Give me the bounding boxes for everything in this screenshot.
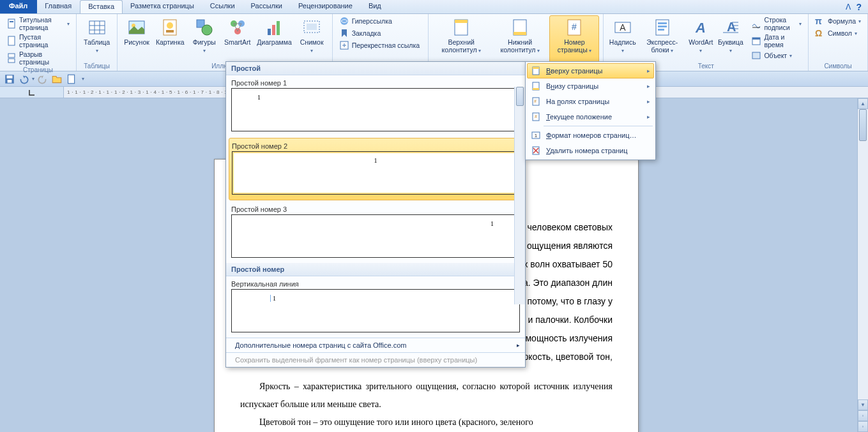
tab-file[interactable]: Файл — [0, 0, 37, 13]
scroll-up-icon[interactable]: ▲ — [858, 98, 868, 109]
help-icon[interactable]: ? — [856, 2, 862, 12]
datetime-button[interactable]: Дата и время — [749, 33, 804, 49]
menu-bottom-of-page[interactable]: Внизу страницы▸ — [527, 78, 654, 94]
svg-rect-21 — [272, 25, 275, 35]
menu-format-page-numbers[interactable]: 1 Формат номеров страниц… — [527, 128, 654, 143]
redo-icon[interactable] — [37, 73, 49, 85]
svg-rect-52 — [68, 75, 75, 84]
svg-rect-2 — [8, 36, 15, 45]
tab-review[interactable]: Рецензирование — [291, 0, 361, 13]
dropcap-button[interactable]: AБуквица — [716, 15, 745, 63]
gallery-item-3[interactable]: Простой номер 3 1 — [226, 202, 525, 263]
chart-button[interactable]: Диаграмма — [254, 15, 294, 63]
tab-home[interactable]: Главная — [37, 0, 80, 13]
doc-para-3: Цветовой тон – это ошущение того или ино… — [240, 413, 613, 431]
menu-remove-page-numbers[interactable]: Удалить номера страниц — [527, 143, 654, 158]
gallery-header-simple2: Простой номер — [226, 263, 525, 276]
signature-line-button[interactable]: Строка подписи — [749, 15, 804, 32]
save-icon[interactable] — [4, 73, 15, 85]
tab-references[interactable]: Ссылки — [202, 0, 243, 13]
next-page-icon[interactable]: ◦ — [858, 421, 868, 432]
group-tables: Таблица Таблицы — [77, 14, 118, 71]
textbox-button[interactable]: AНадпись — [607, 15, 637, 63]
qat-customize-icon[interactable]: ▾ — [82, 76, 84, 82]
svg-text:1: 1 — [535, 133, 538, 138]
group-label-symbols: Символы — [812, 63, 864, 71]
group-symbols: πФормула ΩСимвол Символы — [809, 14, 868, 71]
open-icon[interactable] — [51, 73, 63, 85]
svg-text:#: # — [572, 22, 577, 32]
smartart-button[interactable]: SmartArt — [222, 15, 253, 63]
svg-rect-24 — [307, 24, 317, 30]
scroll-down-icon[interactable]: ▼ — [858, 399, 868, 410]
svg-rect-59 — [533, 88, 539, 90]
svg-rect-51 — [8, 80, 12, 83]
svg-text:A: A — [620, 22, 626, 33]
svg-rect-57 — [533, 67, 539, 69]
prev-page-icon[interactable]: ◦ — [858, 410, 868, 421]
svg-rect-20 — [268, 29, 271, 35]
gallery-item-2[interactable]: Простой номер 2 1 — [229, 138, 522, 200]
shapes-button[interactable]: Фигуры — [188, 15, 220, 63]
table-button[interactable]: Таблица — [80, 15, 113, 63]
vertical-scrollbar[interactable]: ▲ ▼ ◦ ◦ — [857, 98, 868, 432]
gallery-scrollbar[interactable] — [514, 87, 525, 304]
blank-page-button[interactable]: Пустая страница — [4, 33, 72, 49]
minimize-ribbon-icon[interactable]: ᐱ — [846, 3, 851, 11]
svg-rect-0 — [8, 19, 15, 28]
page-number-menu: Вверху страницы▸ Внизу страницы▸ # На по… — [525, 61, 656, 160]
scroll-thumb[interactable] — [859, 109, 867, 141]
group-label-tables: Таблицы — [80, 63, 113, 71]
svg-point-16 — [202, 25, 212, 35]
quickparts-button[interactable]: Экспресс-блоки — [639, 15, 685, 63]
svg-rect-50 — [7, 75, 13, 78]
page-number-gallery: Простой Простой номер 1 1 Простой номер … — [225, 61, 526, 368]
clipart-button[interactable]: Картинка — [153, 15, 187, 63]
menu-current-position[interactable]: # Текущее положение▸ — [527, 109, 654, 124]
crossref-button[interactable]: Перекрестная ссылка — [337, 40, 424, 51]
svg-rect-38 — [658, 29, 664, 31]
ruler-tab-selector[interactable] — [0, 87, 64, 98]
svg-rect-47 — [752, 38, 760, 40]
svg-text:A: A — [727, 20, 736, 34]
menu-page-margins[interactable]: # На полях страницы▸ — [527, 94, 654, 109]
symbol-button[interactable]: ΩСимвол — [812, 27, 864, 39]
gallery-more-office[interactable]: # Дополнительные номера страниц с сайта … — [226, 338, 525, 352]
tab-layout[interactable]: Разметка страницы — [123, 0, 202, 13]
tab-insert[interactable]: Вставка — [80, 0, 123, 13]
gallery-item-1[interactable]: Простой номер 1 1 — [226, 75, 525, 137]
tab-mailings[interactable]: Рассылки — [243, 0, 291, 13]
group-label-pages: Страницы — [4, 66, 72, 75]
page-break-button[interactable]: Разрыв страницы — [4, 50, 72, 66]
svg-rect-28 — [455, 20, 468, 23]
svg-rect-4 — [8, 59, 15, 63]
svg-rect-37 — [658, 26, 667, 27]
gallery-header-simple: Простой — [226, 62, 525, 75]
undo-icon[interactable] — [18, 73, 29, 85]
menu-top-of-page[interactable]: Вверху страницы▸ — [527, 63, 654, 78]
svg-rect-36 — [658, 22, 667, 24]
screenshot-button[interactable]: Снимок — [296, 15, 328, 63]
svg-rect-1 — [10, 21, 13, 22]
gallery-save-selection: Сохранить выделенный фрагмент как номер … — [226, 352, 525, 367]
gallery-item-4[interactable]: Вертикальная линия 1 — [226, 276, 525, 338]
doc-para-2: Яркость – характеристика зрительного ощу… — [240, 378, 613, 413]
object-button[interactable]: Объект — [749, 50, 804, 61]
equation-button[interactable]: πФормула — [812, 15, 864, 27]
picture-button[interactable]: Рисунок — [121, 15, 152, 63]
bookmark-button[interactable]: Закладка — [337, 27, 424, 39]
svg-rect-3 — [8, 54, 15, 57]
wordart-button[interactable]: AWordArt — [687, 15, 715, 63]
svg-text:A: A — [695, 20, 706, 36]
title-page-button[interactable]: Титульная страница — [4, 15, 72, 32]
hyperlink-button[interactable]: Гиперссылка — [337, 15, 424, 27]
svg-rect-22 — [277, 21, 280, 35]
svg-point-25 — [340, 17, 348, 25]
new-icon[interactable] — [65, 73, 77, 85]
svg-rect-14 — [166, 30, 174, 33]
ribbon-tabs: Файл Главная Вставка Разметка страницы С… — [0, 0, 868, 14]
tab-view[interactable]: Вид — [361, 0, 390, 13]
svg-rect-5 — [89, 21, 105, 34]
svg-text:#: # — [535, 114, 537, 119]
svg-rect-30 — [514, 32, 526, 35]
